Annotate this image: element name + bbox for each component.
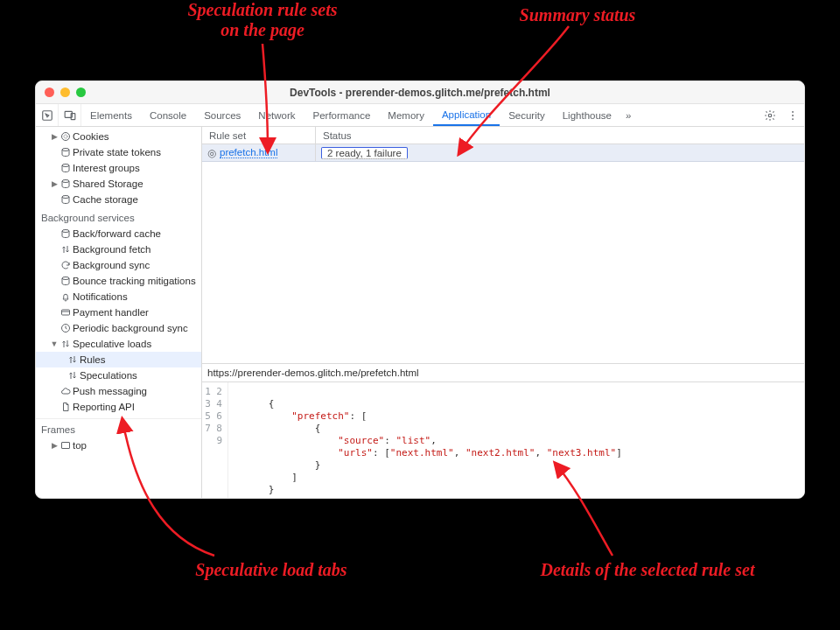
tab-sources[interactable]: Sources — [195, 104, 249, 126]
svg-point-14 — [62, 277, 69, 280]
detail-url: https://prerender-demos.glitch.me/prefet… — [202, 364, 804, 382]
clock-icon — [59, 131, 73, 142]
sidebar-item-label: Notifications — [73, 291, 128, 302]
code-content[interactable]: { "prefetch": [ { "source": "list", "url… — [228, 382, 804, 498]
sidebar-item-cookies[interactable]: ▶ Cookies — [36, 129, 201, 144]
sidebar-item-payment[interactable]: Payment handler — [36, 304, 201, 320]
sidebar-item-label: Private state tokens — [73, 147, 161, 158]
sidebar-item-label: Speculations — [80, 370, 137, 381]
tab-network[interactable]: Network — [249, 104, 304, 126]
tab-performance[interactable]: Performance — [304, 104, 380, 126]
sidebar-item-interest-groups[interactable]: Interest groups — [36, 160, 201, 176]
sidebar-item-bg-sync[interactable]: Background sync — [36, 257, 201, 273]
code-viewer: 1 2 3 4 5 6 7 8 9 { "prefetch": [ { "sou… — [202, 382, 804, 498]
ruleset-link[interactable]: prefetch.html — [220, 147, 277, 158]
card-icon — [59, 307, 73, 318]
sidebar-item-label: Cache storage — [73, 194, 138, 205]
table-header: Rule set Status — [202, 127, 804, 144]
svg-point-7 — [62, 133, 70, 141]
svg-point-6 — [792, 118, 794, 120]
more-tabs-button[interactable]: » — [620, 104, 636, 126]
sidebar-item-push[interactable]: Push messaging — [36, 383, 201, 399]
sidebar-item-top-frame[interactable]: ▶ top — [36, 438, 201, 453]
window-title: DevTools - prerender-demos.glitch.me/pre… — [36, 87, 804, 99]
table-body: ◎ prefetch.html 2 ready, 1 failure — [202, 144, 804, 364]
database-icon — [59, 276, 73, 286]
tab-console[interactable]: Console — [141, 104, 195, 126]
annotation-load-tabs: Speculative load tabs — [158, 560, 385, 580]
file-icon — [59, 402, 73, 412]
sidebar-item-label: Rules — [80, 354, 105, 365]
sidebar-item-bounce[interactable]: Bounce tracking mitigations — [36, 273, 201, 289]
sidebar-item-label: Shared Storage — [73, 178, 144, 189]
svg-point-3 — [768, 114, 772, 117]
rules-panel: Rule set Status ◎ prefetch.html 2 ready,… — [202, 127, 804, 498]
sidebar-item-private-state-tokens[interactable]: Private state tokens — [36, 144, 201, 160]
sidebar-item-notifications[interactable]: Notifications — [36, 289, 201, 304]
table-header-status[interactable]: Status — [316, 127, 804, 144]
sidebar-item-speculations[interactable]: Speculations — [36, 368, 201, 383]
sidebar-item-label: Bounce tracking mitigations — [73, 276, 196, 286]
database-icon — [59, 178, 73, 189]
table-header-ruleset[interactable]: Rule set — [202, 127, 316, 144]
gear-icon[interactable] — [759, 104, 781, 126]
sidebar-item-label: Reporting API — [73, 402, 135, 412]
sidebar-item-speculative-loads[interactable]: ▼ Speculative loads — [36, 336, 201, 352]
mac-title-bar: DevTools - prerender-demos.glitch.me/pre… — [36, 81, 804, 104]
inspect-icon[interactable] — [36, 104, 59, 126]
application-panel: ▶ Cookies Private state tokens Interest … — [36, 127, 804, 498]
svg-rect-15 — [62, 310, 70, 315]
sidebar-item-label: Cookies — [73, 131, 109, 142]
svg-point-9 — [62, 149, 69, 151]
sidebar-item-label: Interest groups — [73, 163, 140, 173]
tab-lighthouse[interactable]: Lighthouse — [554, 104, 620, 126]
tab-elements[interactable]: Elements — [81, 104, 141, 126]
sidebar-item-bg-fetch[interactable]: Background fetch — [36, 242, 201, 257]
status-badge[interactable]: 2 ready, 1 failure — [321, 147, 408, 159]
sidebar-item-reporting[interactable]: Reporting API — [36, 399, 201, 415]
svg-point-13 — [62, 230, 69, 233]
updown-arrows-icon — [59, 244, 73, 255]
tab-application[interactable]: Application — [433, 104, 500, 126]
status-cell[interactable]: 2 ready, 1 failure — [316, 144, 804, 161]
annotation-rule-sets: Speculation rule setson the page — [158, 0, 368, 40]
updown-arrows-icon — [59, 339, 73, 349]
sidebar-item-label: Push messaging — [73, 386, 147, 396]
sidebar-item-label: Background sync — [73, 260, 150, 270]
sidebar-item-rules[interactable]: Rules — [36, 352, 201, 368]
database-icon — [59, 147, 73, 158]
target-icon: ◎ — [207, 147, 216, 159]
svg-point-11 — [62, 180, 69, 183]
sidebar-item-label: Speculative loads — [73, 339, 151, 349]
database-icon — [59, 194, 73, 205]
table-row[interactable]: ◎ prefetch.html 2 ready, 1 failure — [202, 144, 804, 162]
device-toggle-icon[interactable] — [59, 104, 81, 126]
ruleset-cell[interactable]: ◎ prefetch.html — [202, 144, 316, 161]
svg-rect-0 — [42, 110, 52, 120]
sidebar-item-bf-cache[interactable]: Back/forward cache — [36, 226, 201, 242]
tab-memory[interactable]: Memory — [379, 104, 433, 126]
cloud-icon — [59, 386, 73, 396]
bell-icon — [59, 291, 73, 302]
database-icon — [59, 228, 73, 239]
devtools-window: DevTools - prerender-demos.glitch.me/pre… — [35, 80, 805, 499]
application-sidebar: ▶ Cookies Private state tokens Interest … — [36, 127, 202, 498]
sidebar-item-cache-storage[interactable]: Cache storage — [36, 192, 201, 207]
sidebar-item-label: Background fetch — [73, 244, 151, 255]
svg-point-10 — [62, 164, 69, 167]
sidebar-item-label: Payment handler — [73, 307, 149, 318]
svg-rect-17 — [62, 443, 70, 449]
annotation-summary-status: Summary status — [490, 5, 665, 25]
svg-point-5 — [792, 115, 794, 116]
svg-point-4 — [792, 110, 794, 112]
sidebar-item-periodic[interactable]: Periodic background sync — [36, 320, 201, 336]
sidebar-item-shared-storage[interactable]: ▶ Shared Storage — [36, 176, 201, 192]
svg-point-8 — [64, 135, 67, 138]
tab-security[interactable]: Security — [500, 104, 554, 126]
database-icon — [59, 163, 73, 173]
kebab-menu-icon[interactable] — [781, 104, 804, 126]
sidebar-section-background-services: Background services — [36, 207, 201, 226]
line-gutter: 1 2 3 4 5 6 7 8 9 — [202, 382, 228, 498]
annotation-details: Details of the selected rule set — [499, 560, 796, 580]
sidebar-item-label: top — [73, 440, 87, 451]
